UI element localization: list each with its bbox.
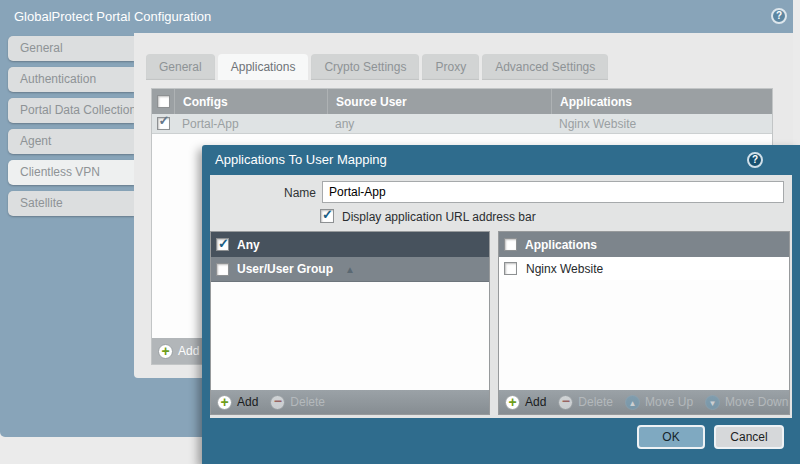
delete-icon: − <box>270 395 285 410</box>
applications-empty-area <box>499 280 789 390</box>
user-group-select-all-checkbox[interactable] <box>216 263 229 276</box>
cancel-button[interactable]: Cancel <box>714 425 784 449</box>
user-group-footer: + Add − Delete <box>211 390 489 414</box>
sidebar-item-satellite[interactable]: Satellite <box>8 191 134 216</box>
select-all-checkbox[interactable] <box>157 95 170 108</box>
applications-column-label: Applications <box>525 238 597 252</box>
sidebar-item-agent[interactable]: Agent <box>8 129 134 154</box>
help-icon[interactable]: ? <box>771 8 787 24</box>
ok-button[interactable]: OK <box>637 425 705 449</box>
applications-footer: + Add − Delete ▲ Move Up ▼ Move Down <box>499 390 789 414</box>
any-checkbox[interactable] <box>216 238 229 251</box>
cell-configs: Portal-App <box>174 114 327 133</box>
add-user-button[interactable]: + Add <box>217 395 258 410</box>
tab-general[interactable]: General <box>146 54 215 80</box>
cell-applications: Nginx Website <box>551 114 772 133</box>
application-label: Nginx Website <box>526 262 603 276</box>
delete-icon: − <box>558 395 573 410</box>
dialog-title: GlobalProtect Portal Configuration <box>14 0 211 33</box>
user-group-column-label: User/User Group <box>237 262 333 276</box>
name-input[interactable] <box>322 181 784 203</box>
add-icon: + <box>158 344 173 359</box>
move-down-icon: ▼ <box>705 395 720 410</box>
table-row[interactable]: Portal-App any Nginx Website <box>152 114 772 134</box>
delete-user-button[interactable]: − Delete <box>270 395 325 410</box>
add-icon: + <box>217 395 232 410</box>
application-list-item[interactable]: Nginx Website <box>499 257 789 280</box>
move-up-button[interactable]: ▲ Move Up <box>625 395 693 410</box>
sidebar-item-authentication[interactable]: Authentication <box>8 67 134 92</box>
column-header-source-user[interactable]: Source User <box>327 89 551 114</box>
display-url-checkbox[interactable] <box>320 209 334 223</box>
sort-asc-icon[interactable]: ▲ <box>345 264 355 275</box>
any-row[interactable]: Any <box>211 232 489 257</box>
tab-strip: General Applications Crypto Settings Pro… <box>146 54 608 80</box>
column-header-configs[interactable]: Configs <box>174 89 327 114</box>
table-header-row: Configs Source User Applications <box>152 89 772 114</box>
add-icon: + <box>505 395 520 410</box>
move-down-button[interactable]: ▼ Move Down <box>705 395 788 410</box>
sidebar-item-clientless-vpn[interactable]: Clientless VPN <box>8 160 134 185</box>
tab-advanced-settings[interactable]: Advanced Settings <box>482 54 608 80</box>
modal-body: Name Display application URL address bar… <box>210 175 792 418</box>
applications-panel: Applications Nginx Website + Add − Delet… <box>498 231 790 415</box>
add-application-button[interactable]: + Add <box>505 395 546 410</box>
sidebar-item-general[interactable]: General <box>8 36 134 61</box>
user-group-header[interactable]: User/User Group ▲ <box>211 257 489 282</box>
add-button[interactable]: Add <box>178 344 199 358</box>
user-group-empty-list <box>211 282 489 390</box>
modal-title: Applications To User Mapping <box>215 145 387 175</box>
tab-applications[interactable]: Applications <box>218 54 309 80</box>
any-label: Any <box>237 238 260 252</box>
user-group-panel: Any User/User Group ▲ + Add − Delete <box>210 231 490 415</box>
tab-proxy[interactable]: Proxy <box>422 54 479 80</box>
delete-application-button[interactable]: − Delete <box>558 395 613 410</box>
applications-to-user-mapping-dialog: Applications To User Mapping ? Name Disp… <box>202 145 800 464</box>
display-url-label: Display application URL address bar <box>342 210 536 224</box>
row-checkbox[interactable] <box>157 117 170 130</box>
applications-header[interactable]: Applications <box>499 232 789 257</box>
move-up-icon: ▲ <box>625 395 640 410</box>
cell-source-user: any <box>327 114 551 133</box>
name-label: Name <box>210 186 316 200</box>
applications-select-all-checkbox[interactable] <box>504 238 517 251</box>
sidebar-item-portal-data-collection[interactable]: Portal Data Collection <box>8 98 134 123</box>
help-icon[interactable]: ? <box>747 152 763 168</box>
column-header-applications[interactable]: Applications <box>551 89 772 114</box>
application-checkbox[interactable] <box>504 262 517 275</box>
tab-crypto-settings[interactable]: Crypto Settings <box>311 54 419 80</box>
